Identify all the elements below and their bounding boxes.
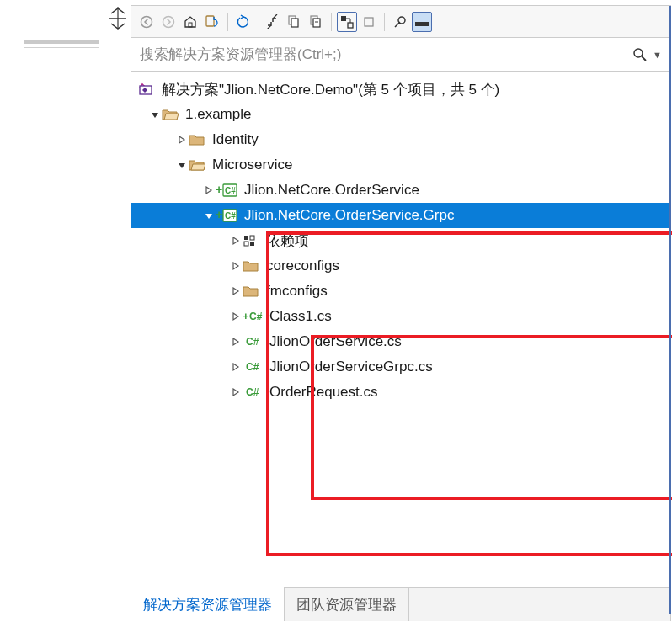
home-button[interactable] xyxy=(180,12,200,32)
preview-selected-button[interactable] xyxy=(306,12,326,32)
folder-node-fmconfigs[interactable]: fmconfigs xyxy=(131,279,670,304)
tab-solution-explorer[interactable]: 解决方案资源管理器 xyxy=(131,587,285,621)
svg-point-2 xyxy=(141,16,152,27)
solution-title-prefix: 解决方案" xyxy=(162,82,224,98)
refresh-button[interactable] xyxy=(233,12,253,32)
folder-icon xyxy=(243,259,259,273)
view-class-diagram-button[interactable] xyxy=(337,12,357,32)
svg-text:C#: C# xyxy=(249,311,263,322)
dock-button[interactable] xyxy=(412,12,432,32)
solution-node[interactable]: 解决方案"Jlion.NetCore.Demo"(第 5 个项目，共 5 个) xyxy=(131,77,670,102)
toolbar-separator xyxy=(331,13,332,31)
svg-text:C#: C# xyxy=(246,336,259,348)
tree: 解决方案"Jlion.NetCore.Demo"(第 5 个项目，共 5 个) … xyxy=(131,72,670,587)
toolbar-separator xyxy=(384,13,385,31)
properties-button[interactable] xyxy=(390,12,410,32)
svg-rect-4 xyxy=(189,23,192,27)
node-label: OrderRequest.cs xyxy=(269,384,378,401)
node-label: 1.example xyxy=(185,106,251,123)
folder-icon xyxy=(243,284,259,298)
folder-icon xyxy=(189,133,205,146)
expander-collapsed-icon[interactable] xyxy=(229,261,243,271)
svg-rect-9 xyxy=(291,19,298,27)
svg-text:+: + xyxy=(216,183,222,196)
node-label: Jlion.NetCore.OrderService xyxy=(244,182,419,199)
search-dropdown-icon[interactable]: ▼ xyxy=(653,50,662,60)
csharp-project-icon: +C# xyxy=(216,208,237,223)
search-icon[interactable] xyxy=(631,45,649,64)
project-node-orderservice[interactable]: +C# Jlion.NetCore.OrderService xyxy=(131,178,670,203)
nav-back-button[interactable] xyxy=(136,12,157,32)
expander-collapsed-icon[interactable] xyxy=(229,311,243,322)
svg-text:+: + xyxy=(243,310,249,322)
svg-point-3 xyxy=(163,16,174,27)
file-node-class1[interactable]: +C# Class1.cs xyxy=(131,304,670,329)
svg-text:C#: C# xyxy=(246,386,259,398)
expander-expanded-icon[interactable] xyxy=(202,210,216,221)
svg-rect-13 xyxy=(341,16,346,21)
svg-rect-11 xyxy=(313,19,320,27)
expander-collapsed-icon[interactable] xyxy=(229,286,243,296)
search-input[interactable] xyxy=(140,43,631,66)
nav-forward-button[interactable] xyxy=(158,12,179,32)
toolbar xyxy=(131,6,670,38)
svg-rect-17 xyxy=(365,18,373,26)
svg-rect-14 xyxy=(348,23,353,28)
folder-node-identity[interactable]: Identity xyxy=(131,127,670,152)
expander-expanded-icon[interactable] xyxy=(148,109,162,120)
svg-point-19 xyxy=(634,49,643,57)
expander-collapsed-icon[interactable] xyxy=(202,185,216,195)
svg-rect-5 xyxy=(206,16,214,26)
solution-icon xyxy=(138,82,155,97)
dependencies-icon xyxy=(243,234,259,247)
sync-active-doc-button[interactable] xyxy=(202,12,222,32)
csharp-file-new-icon: +C# xyxy=(243,310,263,323)
node-label: fmconfigs xyxy=(266,283,328,300)
expander-expanded-icon[interactable] xyxy=(175,160,189,170)
tab-bar: 解决方案资源管理器 团队资源管理器 xyxy=(131,587,670,621)
file-node-svc-grpc[interactable]: C# JlionOrderServiceGrpc.cs xyxy=(131,354,670,380)
svg-rect-18 xyxy=(415,22,429,26)
svg-rect-29 xyxy=(250,236,254,240)
folder-node-microservice[interactable]: Microservice xyxy=(131,152,670,178)
file-node-svc[interactable]: C# JlionOrderService.cs xyxy=(131,329,670,354)
folder-node-coreconfigs[interactable]: coreconfigs xyxy=(131,253,670,279)
show-all-files-button[interactable] xyxy=(284,12,304,32)
folder-node-example[interactable]: 1.example xyxy=(131,102,670,127)
svg-text:+: + xyxy=(216,208,222,221)
node-label: 依赖项 xyxy=(266,231,309,251)
expander-collapsed-icon[interactable] xyxy=(229,236,243,246)
toolbar-separator xyxy=(227,13,228,31)
node-label: Jlion.NetCore.OrderService.Grpc xyxy=(244,207,454,224)
csharp-project-icon: +C# xyxy=(216,183,237,198)
file-node-orderreq[interactable]: C# OrderRequest.cs xyxy=(131,380,670,405)
svg-rect-31 xyxy=(250,242,254,246)
search-bar: ▼ xyxy=(131,38,670,72)
csharp-file-icon: C# xyxy=(243,360,263,374)
csharp-file-icon: C# xyxy=(243,385,263,399)
solution-title-suffix: "(第 5 个项目，共 5 个) xyxy=(353,82,499,98)
node-label: Identity xyxy=(212,131,259,148)
project-node-grpc[interactable]: +C# Jlion.NetCore.OrderService.Grpc xyxy=(131,203,670,228)
expander-collapsed-icon[interactable] xyxy=(229,387,243,397)
svg-text:C#: C# xyxy=(225,186,236,195)
splitter-handle[interactable] xyxy=(108,5,128,32)
node-label: JlionOrderServiceGrpc.cs xyxy=(269,359,433,375)
node-label: Class1.cs xyxy=(269,308,332,325)
expander-collapsed-icon[interactable] xyxy=(229,337,243,347)
view-history-button[interactable] xyxy=(359,12,379,32)
dependencies-node[interactable]: 依赖项 xyxy=(131,228,670,253)
svg-line-20 xyxy=(642,56,646,61)
svg-text:C#: C# xyxy=(246,361,259,373)
tab-team-explorer[interactable]: 团队资源管理器 xyxy=(285,588,409,621)
expander-collapsed-icon[interactable] xyxy=(175,135,189,145)
svg-rect-28 xyxy=(244,236,248,240)
folder-open-icon xyxy=(189,158,205,172)
csharp-file-icon: C# xyxy=(243,335,263,348)
svg-text:C#: C# xyxy=(225,211,236,221)
collapse-all-button[interactable] xyxy=(262,12,282,32)
node-label: JlionOrderService.cs xyxy=(269,333,402,350)
node-label: Microservice xyxy=(212,157,292,173)
folder-open-icon xyxy=(162,108,179,121)
expander-collapsed-icon[interactable] xyxy=(229,362,243,372)
